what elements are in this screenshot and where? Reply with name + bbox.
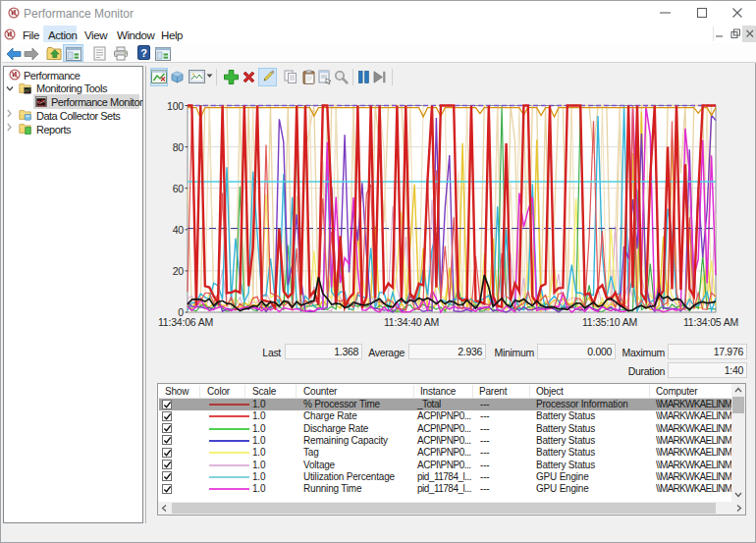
- svg-text:40: 40: [173, 224, 185, 236]
- svg-text:11:34:40 AM: 11:34:40 AM: [384, 316, 439, 328]
- svg-text:11:35:10 AM: 11:35:10 AM: [582, 316, 637, 328]
- svg-text:20: 20: [173, 265, 185, 277]
- svg-text:80: 80: [173, 141, 185, 153]
- svg-text:11:34:06 AM: 11:34:06 AM: [158, 316, 213, 328]
- svg-text:100: 100: [167, 100, 184, 112]
- svg-text:11:34:05 AM: 11:34:05 AM: [683, 316, 738, 328]
- svg-text:60: 60: [173, 183, 185, 194]
